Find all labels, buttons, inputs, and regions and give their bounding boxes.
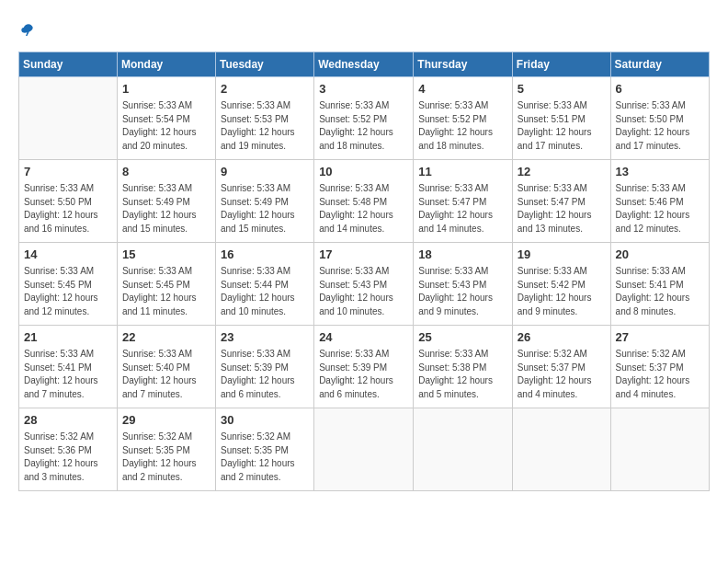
day-number: 13 xyxy=(616,164,704,180)
day-number: 4 xyxy=(418,81,507,98)
calendar-cell: 17Sunrise: 5:33 AM Sunset: 5:43 PM Dayli… xyxy=(314,243,414,326)
calendar-cell: 2Sunrise: 5:33 AM Sunset: 5:53 PM Daylig… xyxy=(215,77,313,160)
calendar-cell: 16Sunrise: 5:33 AM Sunset: 5:44 PM Dayli… xyxy=(215,243,313,326)
calendar-cell: 30Sunrise: 5:32 AM Sunset: 5:35 PM Dayli… xyxy=(215,408,313,491)
day-info: Sunrise: 5:32 AM Sunset: 5:35 PM Dayligh… xyxy=(221,431,309,484)
calendar-cell: 28Sunrise: 5:32 AM Sunset: 5:36 PM Dayli… xyxy=(19,408,118,491)
day-info: Sunrise: 5:32 AM Sunset: 5:37 PM Dayligh… xyxy=(616,348,704,401)
calendar-cell: 1Sunrise: 5:33 AM Sunset: 5:54 PM Daylig… xyxy=(117,77,215,160)
header-sunday: Sunday xyxy=(19,52,118,77)
day-info: Sunrise: 5:33 AM Sunset: 5:41 PM Dayligh… xyxy=(616,265,704,318)
day-info: Sunrise: 5:33 AM Sunset: 5:39 PM Dayligh… xyxy=(319,348,408,401)
calendar-cell: 19Sunrise: 5:33 AM Sunset: 5:42 PM Dayli… xyxy=(512,243,610,326)
day-number: 27 xyxy=(616,329,704,346)
day-number: 14 xyxy=(24,247,112,263)
calendar-cell: 24Sunrise: 5:33 AM Sunset: 5:39 PM Dayli… xyxy=(314,326,414,408)
day-info: Sunrise: 5:32 AM Sunset: 5:37 PM Dayligh… xyxy=(518,348,606,401)
calendar-week-row: 7Sunrise: 5:33 AM Sunset: 5:50 PM Daylig… xyxy=(19,160,710,243)
day-number: 20 xyxy=(616,247,704,263)
header-wednesday: Wednesday xyxy=(314,52,414,77)
day-info: Sunrise: 5:33 AM Sunset: 5:41 PM Dayligh… xyxy=(24,348,112,401)
day-number: 11 xyxy=(418,164,507,180)
calendar-cell: 7Sunrise: 5:33 AM Sunset: 5:50 PM Daylig… xyxy=(19,160,118,243)
header-monday: Monday xyxy=(117,52,215,77)
day-number: 6 xyxy=(616,81,704,98)
day-info: Sunrise: 5:33 AM Sunset: 5:54 PM Dayligh… xyxy=(122,99,210,153)
calendar-cell: 9Sunrise: 5:33 AM Sunset: 5:49 PM Daylig… xyxy=(215,160,313,243)
calendar-cell: 11Sunrise: 5:33 AM Sunset: 5:47 PM Dayli… xyxy=(414,160,513,243)
calendar-cell: 12Sunrise: 5:33 AM Sunset: 5:47 PM Dayli… xyxy=(512,160,610,243)
calendar-cell xyxy=(610,408,709,491)
day-info: Sunrise: 5:33 AM Sunset: 5:44 PM Dayligh… xyxy=(221,265,309,318)
calendar-cell xyxy=(314,408,414,491)
day-info: Sunrise: 5:33 AM Sunset: 5:46 PM Dayligh… xyxy=(616,182,704,236)
day-info: Sunrise: 5:33 AM Sunset: 5:40 PM Dayligh… xyxy=(122,348,210,401)
header-thursday: Thursday xyxy=(414,52,513,77)
calendar-cell: 3Sunrise: 5:33 AM Sunset: 5:52 PM Daylig… xyxy=(314,77,414,160)
day-number: 25 xyxy=(418,329,507,346)
day-number: 16 xyxy=(221,247,309,263)
calendar-cell: 4Sunrise: 5:33 AM Sunset: 5:52 PM Daylig… xyxy=(414,77,513,160)
calendar-cell: 6Sunrise: 5:33 AM Sunset: 5:50 PM Daylig… xyxy=(610,77,709,160)
day-number: 19 xyxy=(518,247,606,263)
day-number: 3 xyxy=(319,81,408,98)
calendar-cell: 25Sunrise: 5:33 AM Sunset: 5:38 PM Dayli… xyxy=(414,326,513,408)
day-info: Sunrise: 5:33 AM Sunset: 5:51 PM Dayligh… xyxy=(518,99,606,153)
day-number: 23 xyxy=(221,329,309,346)
day-info: Sunrise: 5:33 AM Sunset: 5:38 PM Dayligh… xyxy=(418,348,507,401)
calendar-week-row: 1Sunrise: 5:33 AM Sunset: 5:54 PM Daylig… xyxy=(19,77,710,160)
day-number: 21 xyxy=(24,329,112,346)
day-number: 30 xyxy=(221,412,309,429)
day-info: Sunrise: 5:33 AM Sunset: 5:42 PM Dayligh… xyxy=(518,265,606,318)
page-header xyxy=(18,18,710,42)
calendar-cell xyxy=(512,408,610,491)
day-number: 5 xyxy=(518,81,606,98)
calendar-cell: 13Sunrise: 5:33 AM Sunset: 5:46 PM Dayli… xyxy=(610,160,709,243)
day-info: Sunrise: 5:33 AM Sunset: 5:52 PM Dayligh… xyxy=(319,99,408,153)
calendar-cell: 5Sunrise: 5:33 AM Sunset: 5:51 PM Daylig… xyxy=(512,77,610,160)
calendar-week-row: 21Sunrise: 5:33 AM Sunset: 5:41 PM Dayli… xyxy=(19,326,710,408)
day-info: Sunrise: 5:32 AM Sunset: 5:36 PM Dayligh… xyxy=(24,431,112,484)
day-number: 22 xyxy=(122,329,210,346)
calendar-header-row: SundayMondayTuesdayWednesdayThursdayFrid… xyxy=(19,52,710,77)
calendar-week-row: 14Sunrise: 5:33 AM Sunset: 5:45 PM Dayli… xyxy=(19,243,710,326)
day-number: 1 xyxy=(122,81,210,98)
calendar-cell: 20Sunrise: 5:33 AM Sunset: 5:41 PM Dayli… xyxy=(610,243,709,326)
calendar-cell: 29Sunrise: 5:32 AM Sunset: 5:35 PM Dayli… xyxy=(117,408,215,491)
day-info: Sunrise: 5:33 AM Sunset: 5:53 PM Dayligh… xyxy=(221,99,309,153)
day-info: Sunrise: 5:33 AM Sunset: 5:49 PM Dayligh… xyxy=(122,182,210,236)
calendar-cell xyxy=(414,408,513,491)
day-number: 18 xyxy=(418,247,507,263)
calendar-cell: 18Sunrise: 5:33 AM Sunset: 5:43 PM Dayli… xyxy=(414,243,513,326)
calendar-cell: 22Sunrise: 5:33 AM Sunset: 5:40 PM Dayli… xyxy=(117,326,215,408)
logo-bird-icon xyxy=(20,22,37,39)
day-number: 24 xyxy=(319,329,408,346)
day-number: 9 xyxy=(221,164,309,180)
day-number: 2 xyxy=(221,81,309,98)
header-friday: Friday xyxy=(512,52,610,77)
day-number: 29 xyxy=(122,412,210,429)
day-info: Sunrise: 5:33 AM Sunset: 5:52 PM Dayligh… xyxy=(418,99,507,153)
calendar-cell: 15Sunrise: 5:33 AM Sunset: 5:45 PM Dayli… xyxy=(117,243,215,326)
calendar-cell: 27Sunrise: 5:32 AM Sunset: 5:37 PM Dayli… xyxy=(610,326,709,408)
day-number: 12 xyxy=(518,164,606,180)
header-tuesday: Tuesday xyxy=(215,52,313,77)
calendar-week-row: 28Sunrise: 5:32 AM Sunset: 5:36 PM Dayli… xyxy=(19,408,710,491)
day-info: Sunrise: 5:33 AM Sunset: 5:45 PM Dayligh… xyxy=(24,265,112,318)
day-info: Sunrise: 5:33 AM Sunset: 5:49 PM Dayligh… xyxy=(221,182,309,236)
day-info: Sunrise: 5:33 AM Sunset: 5:47 PM Dayligh… xyxy=(418,182,507,236)
day-number: 26 xyxy=(518,329,606,346)
day-info: Sunrise: 5:33 AM Sunset: 5:43 PM Dayligh… xyxy=(319,265,408,318)
calendar-cell: 8Sunrise: 5:33 AM Sunset: 5:49 PM Daylig… xyxy=(117,160,215,243)
day-info: Sunrise: 5:33 AM Sunset: 5:43 PM Dayligh… xyxy=(418,265,507,318)
calendar-cell xyxy=(19,77,118,160)
calendar-cell: 10Sunrise: 5:33 AM Sunset: 5:48 PM Dayli… xyxy=(314,160,414,243)
day-number: 15 xyxy=(122,247,210,263)
logo xyxy=(18,18,37,42)
calendar-cell: 26Sunrise: 5:32 AM Sunset: 5:37 PM Dayli… xyxy=(512,326,610,408)
day-number: 28 xyxy=(24,412,112,429)
day-info: Sunrise: 5:32 AM Sunset: 5:35 PM Dayligh… xyxy=(122,431,210,484)
day-info: Sunrise: 5:33 AM Sunset: 5:48 PM Dayligh… xyxy=(319,182,408,236)
day-info: Sunrise: 5:33 AM Sunset: 5:50 PM Dayligh… xyxy=(616,99,704,153)
day-number: 8 xyxy=(122,164,210,180)
